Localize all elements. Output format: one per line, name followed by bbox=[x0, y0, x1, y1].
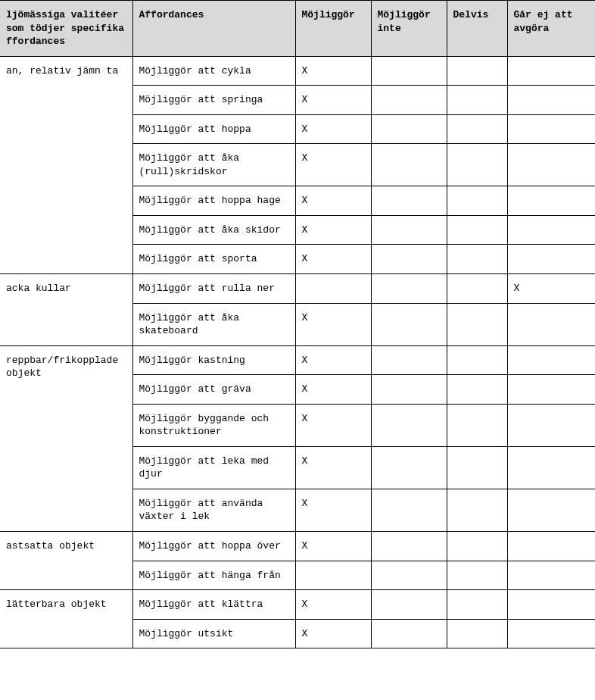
gar-ej-cell bbox=[507, 86, 595, 115]
mojliggor-cell: X bbox=[295, 144, 371, 186]
gar-ej-cell bbox=[507, 404, 595, 446]
gar-ej-cell bbox=[507, 114, 595, 144]
mojliggor-cell: X bbox=[295, 215, 371, 245]
gar-ej-cell bbox=[507, 245, 595, 274]
table-row: an, relativ jämn taMöjliggör att cyklaX bbox=[0, 56, 595, 86]
delvis-cell bbox=[447, 274, 507, 304]
delvis-cell bbox=[447, 86, 507, 115]
affordance-cell: Möjliggör att rulla ner bbox=[132, 274, 295, 304]
delvis-cell bbox=[447, 245, 507, 274]
mojliggor-inte-cell bbox=[371, 489, 447, 531]
gar-ej-cell bbox=[507, 186, 595, 216]
mojliggor-cell: X bbox=[295, 345, 371, 375]
delvis-cell bbox=[447, 186, 507, 216]
mojliggor-inte-cell bbox=[371, 144, 447, 186]
affordance-cell: Möjliggör att använda växter i lek bbox=[132, 489, 295, 531]
table-row: reppbar/frikopplade objektMöjliggör kast… bbox=[0, 345, 595, 375]
table-row: astsatta objektMöjliggör att hoppa överX bbox=[0, 532, 595, 561]
mojliggor-inte-cell bbox=[371, 345, 447, 375]
mojliggor-cell: X bbox=[295, 590, 371, 620]
table-body: an, relativ jämn taMöjliggör att cyklaXM… bbox=[0, 56, 595, 648]
gar-ej-cell bbox=[507, 619, 595, 648]
gar-ej-cell bbox=[507, 489, 595, 531]
delvis-cell bbox=[447, 532, 507, 561]
mojliggor-cell: X bbox=[295, 186, 371, 216]
gar-ej-cell bbox=[507, 345, 595, 375]
mojliggor-inte-cell bbox=[371, 86, 447, 115]
mojliggor-inte-cell bbox=[371, 303, 447, 345]
gar-ej-cell bbox=[507, 303, 595, 345]
affordance-cell: Möjliggör att åka skidor bbox=[132, 215, 295, 245]
delvis-cell bbox=[447, 144, 507, 186]
affordance-cell: Möjliggör att åka (rull)skridskor bbox=[132, 144, 295, 186]
affordance-cell: Möjliggör att hoppa över bbox=[132, 532, 295, 561]
quality-cell: an, relativ jämn ta bbox=[0, 56, 132, 273]
gar-ej-cell bbox=[507, 375, 595, 405]
mojliggor-cell: X bbox=[295, 619, 371, 648]
gar-ej-cell bbox=[507, 590, 595, 620]
affordance-cell: Möjliggör att sporta bbox=[132, 245, 295, 274]
header-mojliggor: Möjliggör bbox=[295, 1, 371, 57]
delvis-cell bbox=[447, 404, 507, 446]
table-row: lätterbara objektMöjliggör att klättraX bbox=[0, 590, 595, 620]
delvis-cell bbox=[447, 561, 507, 590]
quality-cell: acka kullar bbox=[0, 274, 132, 346]
mojliggor-cell: X bbox=[295, 86, 371, 115]
gar-ej-cell: X bbox=[507, 274, 595, 304]
delvis-cell bbox=[447, 446, 507, 489]
mojliggor-inte-cell bbox=[371, 446, 447, 489]
delvis-cell bbox=[447, 590, 507, 620]
mojliggor-cell bbox=[295, 561, 371, 590]
mojliggor-cell: X bbox=[295, 489, 371, 531]
affordance-cell: Möjliggör utsikt bbox=[132, 619, 295, 648]
mojliggor-inte-cell bbox=[371, 404, 447, 446]
delvis-cell bbox=[447, 489, 507, 531]
delvis-cell bbox=[447, 56, 507, 86]
delvis-cell bbox=[447, 303, 507, 345]
gar-ej-cell bbox=[507, 56, 595, 86]
affordance-cell: Möjliggör kastning bbox=[132, 345, 295, 375]
delvis-cell bbox=[447, 345, 507, 375]
delvis-cell bbox=[447, 114, 507, 144]
header-mojliggor-inte: Möjliggör inte bbox=[371, 1, 447, 57]
table-header: ljömässiga valitéer som tödjer specifika… bbox=[0, 1, 595, 57]
affordance-cell: Möjliggör att hoppa hage bbox=[132, 186, 295, 216]
mojliggor-inte-cell bbox=[371, 590, 447, 620]
mojliggor-inte-cell bbox=[371, 532, 447, 561]
quality-cell: reppbar/frikopplade objekt bbox=[0, 345, 132, 531]
affordance-cell: Möjliggör byggande och konstruktioner bbox=[132, 404, 295, 446]
mojliggor-inte-cell bbox=[371, 375, 447, 405]
mojliggor-cell: X bbox=[295, 56, 371, 86]
affordances-table: ljömässiga valitéer som tödjer specifika… bbox=[0, 0, 595, 648]
mojliggor-cell bbox=[295, 274, 371, 304]
mojliggor-inte-cell bbox=[371, 215, 447, 245]
mojliggor-inte-cell bbox=[371, 56, 447, 86]
affordance-cell: Möjliggör att gräva bbox=[132, 375, 295, 405]
quality-cell: astsatta objekt bbox=[0, 532, 132, 590]
gar-ej-cell bbox=[507, 144, 595, 186]
quality-cell: lätterbara objekt bbox=[0, 590, 132, 648]
header-gar-ej: Går ej att avgöra bbox=[507, 1, 595, 57]
mojliggor-inte-cell bbox=[371, 114, 447, 144]
delvis-cell bbox=[447, 375, 507, 405]
gar-ej-cell bbox=[507, 215, 595, 245]
header-affordances: Affordances bbox=[132, 1, 295, 57]
delvis-cell bbox=[447, 215, 507, 245]
mojliggor-cell: X bbox=[295, 404, 371, 446]
gar-ej-cell bbox=[507, 561, 595, 590]
affordance-cell: Möjliggör att hänga från bbox=[132, 561, 295, 590]
affordance-cell: Möjliggör att leka med djur bbox=[132, 446, 295, 489]
mojliggor-inte-cell bbox=[371, 619, 447, 648]
mojliggor-cell: X bbox=[295, 245, 371, 274]
gar-ej-cell bbox=[507, 446, 595, 489]
header-quality: ljömässiga valitéer som tödjer specifika… bbox=[0, 1, 132, 57]
affordance-cell: Möjliggör att klättra bbox=[132, 590, 295, 620]
mojliggor-cell: X bbox=[295, 532, 371, 561]
mojliggor-cell: X bbox=[295, 375, 371, 405]
mojliggor-cell: X bbox=[295, 303, 371, 345]
header-delvis: Delvis bbox=[447, 1, 507, 57]
affordance-cell: Möjliggör att cykla bbox=[132, 56, 295, 86]
delvis-cell bbox=[447, 619, 507, 648]
mojliggor-cell: X bbox=[295, 446, 371, 489]
table-row: acka kullarMöjliggör att rulla nerX bbox=[0, 274, 595, 304]
